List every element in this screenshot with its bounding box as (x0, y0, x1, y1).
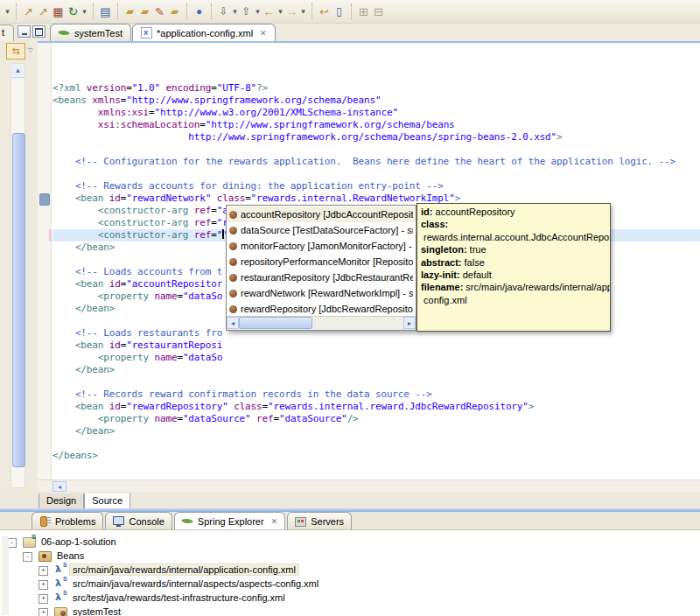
code-line[interactable] (52, 144, 700, 156)
tree-row[interactable]: +src/main/java/rewards/internal/aspects/… (0, 577, 700, 591)
toolbar-separator (117, 4, 118, 19)
tab-design[interactable]: Design (38, 494, 84, 509)
maximize-button[interactable] (32, 25, 46, 38)
view-tab-spring-explorer[interactable]: Spring Explorer✕ (174, 512, 285, 529)
dropdown-caret[interactable]: ▾ (276, 4, 284, 19)
tab-source[interactable]: Source (84, 494, 130, 509)
last-edit-icon[interactable]: ↩ (317, 4, 332, 19)
view-tab-servers[interactable]: Servers (287, 512, 352, 529)
scroll-left-icon[interactable]: ◂ (227, 317, 239, 329)
expand-expander-icon[interactable]: + (38, 594, 48, 604)
completion-item[interactable]: restaurantRepository [JdbcRestaurantRepo… (227, 270, 416, 285)
spring-explorer-tree[interactable]: -06-aop-1-solution-Beans+src/main/java/r… (0, 529, 700, 616)
import-icon[interactable]: ▰ (122, 4, 137, 19)
tooltip-row: lazy-init: default (421, 269, 606, 281)
code-line[interactable]: </bean> (52, 425, 700, 438)
refresh-icon[interactable]: ↻ (66, 4, 80, 19)
tooltip-row: id: accountRepository (421, 206, 606, 218)
bookmark-icon[interactable]: ▯ (332, 4, 346, 19)
minimize-button[interactable] (18, 25, 31, 38)
code-line[interactable]: </beans> (52, 450, 700, 462)
expand-expander-icon[interactable]: + (38, 580, 48, 590)
spring-project-icon (23, 536, 38, 547)
expand-expander-icon[interactable]: + (38, 608, 48, 616)
editor-tab[interactable]: systemTest (50, 24, 131, 41)
scroll-up-icon[interactable]: ▲ (11, 64, 24, 78)
tree-row[interactable]: -Beans (0, 549, 700, 563)
export-icon[interactable]: ▰ (137, 4, 152, 19)
collapsed-view-tab[interactable]: t (0, 24, 14, 41)
left-panel-scrollbar[interactable]: ▲ (10, 63, 25, 488)
tree-label: systemTest (70, 606, 123, 616)
code-line[interactable]: <bean id="rewardRepository" class="rewar… (52, 401, 700, 413)
expand-expander-icon[interactable]: + (38, 566, 48, 576)
view-tab-problems[interactable]: Problems (32, 512, 103, 529)
editor-hscrollbar[interactable]: ◂ (38, 480, 700, 493)
code-line[interactable]: <property name="dataSource" ref="dataSou… (52, 413, 700, 425)
collapse-expander-icon[interactable]: - (7, 538, 17, 548)
tree-row[interactable]: +src/test/java/rewards/test-infrastructu… (0, 591, 700, 605)
view-tab-console[interactable]: Console (105, 512, 172, 529)
tree-row[interactable]: +src/main/java/rewards/internal/applicat… (0, 563, 700, 577)
expand-all-icon[interactable]: ⊞ (356, 4, 371, 19)
dropdown-caret[interactable]: ▾ (80, 4, 88, 19)
dropdown-caret[interactable]: ▾ (231, 4, 239, 19)
servers-icon (295, 515, 306, 527)
javadoc-icon[interactable]: ▤ (98, 4, 113, 19)
wizard-icon-b[interactable]: ↗ (36, 4, 51, 19)
dropdown-caret[interactable]: ▾ (254, 4, 262, 19)
close-icon[interactable]: ✕ (260, 29, 267, 38)
browser-icon[interactable]: ● (192, 4, 206, 19)
editor-tab[interactable]: *application-config.xml✕ (132, 24, 276, 41)
code-line[interactable]: xsi:schemaLocation="http://www.springfra… (52, 119, 700, 131)
code-line[interactable]: <property name="dataSo (52, 352, 700, 364)
code-line[interactable] (52, 168, 700, 180)
completion-item[interactable]: accountRepository [JdbcAccountRepository… (227, 206, 416, 222)
scroll-left-icon[interactable]: ◂ (52, 481, 66, 492)
completion-popup-hscrollbar[interactable]: ◂ ▸ (227, 316, 416, 330)
completion-item[interactable]: repositoryPerformanceMonitor [Repository… (227, 254, 416, 270)
collapse-expander-icon[interactable]: - (23, 552, 32, 562)
back-icon[interactable]: ← (262, 4, 276, 19)
collapse-all-icon[interactable]: ⊟ (371, 4, 386, 19)
wizard-icon-a[interactable]: ↗ (21, 4, 36, 19)
close-icon[interactable]: ✕ (271, 517, 278, 526)
next-annotation-icon[interactable]: ⇩ (216, 4, 231, 19)
tree-row[interactable]: +systemTest (0, 605, 700, 616)
code-line[interactable]: <!-- Configuration for the rewards appli… (52, 156, 700, 168)
brush-icon[interactable]: ✎ (152, 4, 167, 19)
dropdown-caret[interactable]: ▾ (4, 4, 11, 19)
bean-icon (229, 211, 237, 219)
code-line[interactable]: <beans xmlns="http://www.springframework… (52, 94, 700, 107)
tooltip-field-value: accountRepository (432, 206, 514, 217)
forward-icon[interactable]: → (284, 4, 299, 19)
code-line[interactable]: <?xml version="1.0" encoding="UTF-8"?> (52, 82, 700, 94)
java-package-icon[interactable]: ▦ (51, 4, 66, 19)
tree-label: src/main/java/rewards/internal/aspects/a… (70, 578, 321, 589)
code-line[interactable]: <!-- Rewards accounts for dining: the ap… (52, 180, 700, 192)
folder-icon[interactable]: ▰ (167, 4, 182, 19)
view-menu-caret-icon[interactable]: ▽ (28, 47, 32, 54)
scrollbar-thumb[interactable] (239, 317, 312, 329)
tree-row[interactable]: -06-aop-1-solution (0, 535, 700, 549)
dropdown-caret[interactable]: ▾ (299, 4, 307, 19)
completion-item[interactable]: dataSource [TestDataSourceFactory] - src… (227, 222, 416, 238)
code-line[interactable]: http://www.springframework.org/schema/be… (52, 131, 700, 144)
tooltip-field-value: default (460, 270, 492, 280)
scroll-right-icon[interactable]: ▸ (403, 317, 416, 329)
scrollbar-thumb[interactable] (12, 133, 25, 467)
tooltip-field-value: rewards.internal.account.JdbcAccountRepo… (421, 232, 611, 242)
completion-item[interactable]: monitorFactory [JamonMonitorFactory] - s… (227, 238, 416, 254)
completion-item[interactable]: rewardNetwork [RewardNetworkImpl] - src/… (227, 285, 416, 301)
code-line[interactable]: xmlns:xsi="http://www.w3.org/2001/XMLSch… (52, 107, 700, 119)
code-line[interactable]: <!-- Records reward confirmation records… (52, 388, 700, 401)
code-line[interactable] (52, 438, 700, 450)
link-with-editor-button[interactable]: ⇆ (6, 43, 25, 60)
tooltip-field-value: true (467, 244, 486, 255)
prev-annotation-icon[interactable]: ⇧ (239, 4, 254, 19)
code-line[interactable]: </bean> (52, 364, 700, 376)
completion-item[interactable]: rewardRepository [JdbcRewardRepository] … (227, 301, 416, 317)
code-line[interactable]: <bean id="restaurantReposi (52, 340, 700, 352)
tooltip-field-label: abstract: (421, 257, 461, 268)
code-line[interactable] (52, 376, 700, 388)
